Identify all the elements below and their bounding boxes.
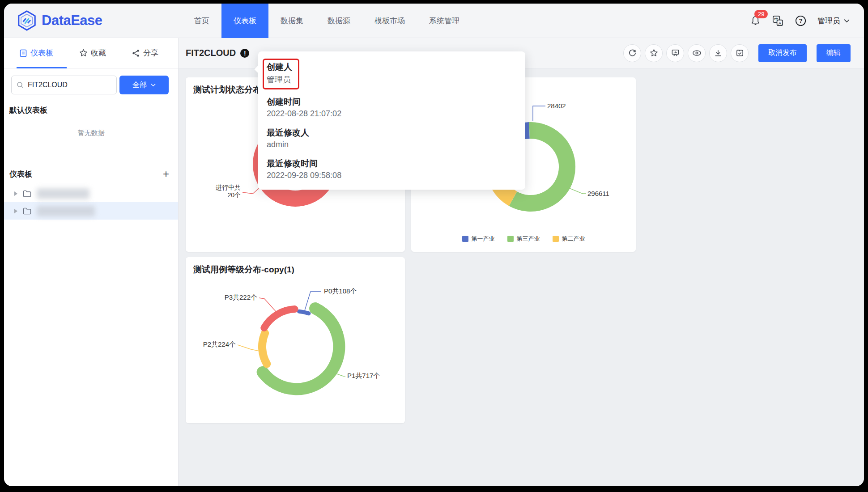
slice-label: 进行中共	[216, 184, 241, 191]
tab-label: 仪表板	[30, 48, 53, 58]
legend-item[interactable]: 第二产业	[553, 235, 585, 243]
refresh-button[interactable]	[623, 44, 641, 62]
filter-all-button[interactable]: 全部	[119, 76, 169, 94]
caret-right-icon[interactable]	[14, 191, 17, 196]
legend-item[interactable]: 第一产业	[462, 235, 495, 243]
tree-folder-row[interactable]	[4, 185, 178, 202]
chart-title: 测试用例等级分布-copy(1)	[193, 264, 294, 276]
notification-badge: 29	[754, 10, 768, 18]
tab-label: 分享	[143, 48, 158, 58]
tree-folder-row-selected[interactable]	[4, 202, 178, 220]
slice-label: P2共224个	[203, 340, 236, 348]
folder-icon	[23, 208, 31, 215]
default-dashboards-heading: 默认仪表板	[4, 102, 178, 115]
favorite-button[interactable]	[645, 44, 663, 62]
active-tab-underline	[17, 67, 67, 68]
unpublish-button[interactable]: 取消发布	[758, 44, 807, 62]
nav-item-datasource[interactable]: 数据源	[315, 4, 362, 38]
sidebar-tabs: 仪表板 收藏 分享	[4, 38, 178, 68]
dashboards-heading: 仪表板	[9, 169, 32, 179]
slice-label: P0共108个	[324, 287, 357, 295]
redacted-folder-name	[37, 206, 95, 216]
top-navbar: DataEase 首页 仪表板 数据集 数据源 模板市场 系统管理 29 中	[4, 4, 864, 38]
user-menu[interactable]: 管理员	[817, 16, 850, 26]
app-window: DataEase 首页 仪表板 数据集 数据源 模板市场 系统管理 29 中	[4, 4, 864, 486]
main-nav: 首页 仪表板 数据集 数据源 模板市场 系统管理	[182, 4, 472, 38]
dashboard-title: FIT2CLOUD	[186, 48, 236, 58]
slice-label: P3共222个	[225, 293, 257, 301]
popup-row-value: 2022-09-28 09:58:08	[267, 171, 341, 180]
rose-chart-test-case-level: P0共108个 P1共717个 P2共224个 P3共222个	[186, 257, 405, 423]
move-to-folder-button[interactable]	[731, 44, 749, 62]
sidebar-tab-share[interactable]: 分享	[132, 48, 158, 58]
popup-row-label: 创建人	[267, 61, 292, 73]
nav-item-home[interactable]: 首页	[182, 4, 221, 38]
sidebar-tab-dashboard[interactable]: 仪表板	[19, 48, 53, 58]
info-icon[interactable]: !	[240, 49, 249, 58]
dashboard-toolbar: 取消发布 编辑	[623, 44, 851, 62]
chart-card-test-case-level[interactable]: 测试用例等级分布-copy(1) P0共108个 P1共717个 P2共224个	[186, 257, 405, 423]
slice-label: P1共717个	[347, 372, 380, 379]
caret-right-icon[interactable]	[14, 209, 17, 213]
search-input-value: FIT2CLOUD	[28, 81, 68, 89]
popup-row-value: 2022-08-28 21:07:02	[267, 109, 341, 119]
nav-item-dashboard[interactable]: 仪表板	[221, 4, 268, 38]
popup-row-label: 最近修改时间	[267, 158, 318, 170]
legend-item[interactable]: 第三产业	[507, 235, 540, 243]
brand-logo[interactable]: DataEase	[4, 10, 102, 31]
redacted-folder-name	[37, 188, 89, 199]
brand-name: DataEase	[42, 13, 102, 29]
document-icon	[19, 49, 27, 57]
sidebar-search-row: FIT2CLOUD 全部	[4, 68, 178, 102]
sidebar: 仪表板 收藏 分享	[4, 38, 179, 486]
slice-value-label: 296611	[587, 190, 609, 197]
star-icon	[79, 49, 88, 57]
chart-title: 测试计划状态分布	[193, 84, 261, 96]
notification-bell-icon[interactable]: 29	[750, 15, 761, 26]
presentation-button[interactable]	[666, 44, 684, 62]
popup-row-label: 创建时间	[267, 96, 301, 108]
download-icon	[714, 49, 722, 57]
popup-row-value: 管理员	[267, 74, 291, 85]
empty-state-text: 暂无数据	[4, 129, 178, 137]
search-input[interactable]: FIT2CLOUD	[11, 76, 117, 94]
popup-row-label: 最近修改人	[267, 127, 309, 139]
folder-check-icon	[736, 49, 744, 57]
preview-button[interactable]	[688, 44, 706, 62]
user-name: 管理员	[817, 16, 840, 26]
legend-label: 第二产业	[562, 235, 585, 243]
refresh-icon	[628, 49, 637, 57]
folder-icon	[23, 190, 31, 197]
popup-row-value: admin	[267, 140, 289, 149]
nav-item-system-admin[interactable]: 系统管理	[417, 4, 472, 38]
filter-all-label: 全部	[132, 81, 147, 90]
legend-label: 第一产业	[472, 235, 495, 243]
topbar-right: 29 中 A ? 管理员	[750, 15, 864, 27]
edit-button[interactable]: 编辑	[817, 44, 851, 62]
presentation-icon	[671, 49, 680, 57]
svg-text:?: ?	[799, 17, 802, 24]
star-icon	[650, 49, 658, 57]
slice-label: 20个	[227, 191, 241, 199]
chevron-down-icon	[844, 19, 850, 23]
eye-icon	[692, 48, 702, 58]
svg-text:A: A	[779, 20, 782, 25]
nav-item-template-market[interactable]: 模板市场	[362, 4, 417, 38]
share-icon	[132, 49, 140, 57]
chart-legend: 第一产业 第三产业 第二产业	[411, 235, 636, 243]
add-dashboard-button[interactable]: +	[163, 169, 169, 179]
tab-label: 收藏	[91, 48, 106, 58]
slice-value-label: 28402	[547, 102, 566, 110]
search-icon	[17, 81, 24, 89]
language-translate-icon[interactable]: 中 A	[772, 15, 784, 27]
chevron-down-icon	[151, 83, 156, 87]
export-download-button[interactable]	[709, 44, 727, 62]
sidebar-tab-favorites[interactable]: 收藏	[79, 48, 106, 58]
help-icon[interactable]: ?	[795, 15, 807, 27]
dashboard-tree	[4, 185, 178, 220]
nav-item-dataset[interactable]: 数据集	[268, 4, 315, 38]
legend-label: 第三产业	[517, 235, 540, 243]
dataease-logo-icon	[17, 10, 37, 31]
dashboard-info-popup: 创建人 管理员 创建时间 2022-08-28 21:07:02 最近修改人 a…	[258, 51, 525, 190]
